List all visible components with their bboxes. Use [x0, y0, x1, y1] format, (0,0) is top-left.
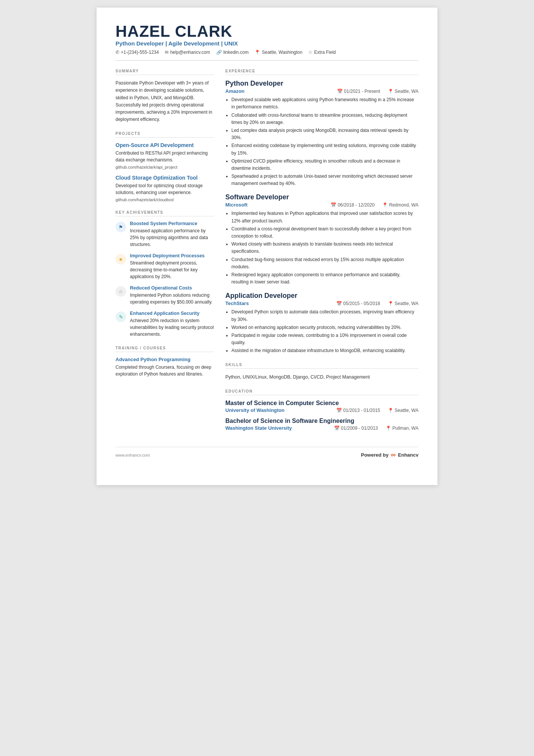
- edu-meta-1: 📅 01/2013 - 01/2015 📍 Seattle, WA: [336, 408, 418, 413]
- achievement-title-3: Reduced Operational Costs: [130, 285, 214, 291]
- project-item-1: Open-Source API Development Contributed …: [116, 142, 214, 169]
- edu-inst-2: Washington State University: [225, 425, 292, 431]
- achievement-content-3: Reduced Operational Costs Implemented Py…: [130, 285, 214, 305]
- job-3: Application Developer TechStars 📅 05/201…: [225, 292, 418, 354]
- achievements-list: ⚑ Boosted System Performance Increased a…: [116, 221, 214, 338]
- edu-1: Master of Science in Computer Science Un…: [225, 400, 418, 413]
- project-desc-2: Developed tool for optimizing cloud stor…: [116, 182, 214, 196]
- achievement-icon-4: ✎: [116, 311, 126, 322]
- job-title-3: Application Developer: [225, 292, 418, 300]
- contact-email: ✉ help@enhancv.com: [165, 50, 210, 55]
- contact-linkedin: 🔗 linkedin.com: [216, 50, 249, 55]
- bullet: Led complex data analysis projects using…: [231, 127, 418, 141]
- contact-location: 📍 Seattle, Washington: [255, 50, 302, 55]
- achievement-title-4: Enhanced Application Security: [130, 311, 214, 316]
- training-label: TRAINING / COURSES: [116, 346, 214, 352]
- contact-row: ✆ +1-(234)-555-1234 ✉ help@enhancv.com 🔗…: [116, 50, 418, 61]
- bullet: Redesigned legacy application components…: [231, 271, 418, 286]
- bullet: Enhanced existing codebase by implementi…: [231, 142, 418, 157]
- edu-2: Bachelor of Science in Software Engineer…: [225, 418, 418, 431]
- achievement-desc-2: Streamlined deployment process, decreasi…: [130, 260, 214, 280]
- achievement-title-2: Improved Deployment Processes: [130, 253, 214, 258]
- bullet: Worked on enhancing application security…: [231, 324, 418, 331]
- achievement-desc-3: Implemented Python solutions reducing op…: [130, 292, 214, 305]
- summary-text: Passionate Python Developer with 3+ year…: [116, 80, 214, 123]
- experience-section: EXPERIENCE Python Developer Amazon 📅 01/…: [225, 69, 418, 431]
- project-item-2: Cloud Storage Optimization Tool Develope…: [116, 175, 214, 202]
- contact-phone: ✆ +1-(234)-555-1234: [116, 50, 159, 55]
- phone-icon: ✆: [116, 50, 119, 55]
- calendar-icon-1: 📅: [337, 89, 343, 94]
- footer: www.enhancv.com Powered by ∞ Enhancv: [116, 447, 418, 459]
- projects-list: Open-Source API Development Contributed …: [116, 142, 214, 202]
- location-icon: 📍: [255, 50, 260, 55]
- edu-title-1: Master of Science in Computer Science: [225, 400, 418, 407]
- candidate-name: HAZEL CLARK: [116, 23, 418, 40]
- skills-label: SKILLS: [225, 363, 418, 369]
- bullet: Coordinated a cross-regional development…: [231, 225, 418, 240]
- job-2: Software Developer Microsoft 📅 06/2018 -…: [225, 193, 418, 286]
- achievement-content-4: Enhanced Application Security Achieved 2…: [130, 311, 214, 338]
- achievement-title-1: Boosted System Performance: [130, 221, 214, 226]
- project-desc-1: Contributed to RESTful API project enhan…: [116, 150, 214, 163]
- job-company-3: TechStars: [225, 301, 249, 306]
- job-company-2: Microsoft: [225, 202, 248, 208]
- calendar-icon-edu1: 📅: [336, 408, 342, 413]
- job-company-1: Amazon: [225, 88, 245, 94]
- project-link-2: github.com/hazelclark/cloudtool: [116, 197, 214, 202]
- calendar-icon-2: 📅: [331, 202, 336, 208]
- calendar-icon-3: 📅: [336, 301, 342, 306]
- location-icon-2: 📍: [382, 202, 388, 208]
- education-label: EDUCATION: [225, 389, 418, 395]
- left-column: SUMMARY Passionate Python Developer with…: [116, 69, 214, 435]
- job-bullets-2: Implemented key features in Python appli…: [225, 210, 418, 286]
- resume-page: HAZEL CLARK Python Developer | Agile Dev…: [97, 8, 437, 485]
- bullet: Spearheaded a project to automate Unix-b…: [231, 173, 418, 187]
- job-1: Python Developer Amazon 📅 01/2021 - Pres…: [225, 80, 418, 187]
- training-item-1: Advanced Python Programming Completed th…: [116, 357, 214, 377]
- enhancv-branding: Powered by ∞ Enhancv: [361, 451, 418, 459]
- location-icon-edu1: 📍: [388, 408, 393, 413]
- job-bullets-1: Developed scalable web applications usin…: [225, 96, 418, 187]
- bullet: Optimized CI/CD pipeline efficiency, res…: [231, 158, 418, 172]
- enhancv-brand-name: Enhancv: [398, 452, 418, 458]
- calendar-icon-edu2: 📅: [334, 426, 340, 431]
- skills-text: Python, UNIX/Linux, MongoDB, Django, CI/…: [225, 373, 418, 381]
- location-icon-edu2: 📍: [386, 426, 391, 431]
- edu-header-1: University of Washington 📅 01/2013 - 01/…: [225, 407, 418, 413]
- achievement-content-1: Boosted System Performance Increased app…: [130, 221, 214, 248]
- achievement-icon-1: ⚑: [116, 222, 126, 232]
- training-desc-1: Completed through Coursera, focusing on …: [116, 364, 214, 377]
- achievement-item-4: ✎ Enhanced Application Security Achieved…: [116, 311, 214, 338]
- job-title-1: Python Developer: [225, 80, 418, 88]
- bullet: Developed Python scripts to automate dat…: [231, 308, 418, 323]
- link-icon: 🔗: [216, 50, 222, 55]
- achievement-icon-3: ☆: [116, 286, 126, 297]
- summary-label: SUMMARY: [116, 69, 214, 75]
- project-title-2: Cloud Storage Optimization Tool: [116, 175, 214, 181]
- bullet: Implemented key features in Python appli…: [231, 210, 418, 224]
- achievement-icon-2: ★: [116, 254, 126, 265]
- job-meta-1: 📅 01/2021 - Present 📍 Seattle, WA: [337, 89, 418, 94]
- right-column: EXPERIENCE Python Developer Amazon 📅 01/…: [225, 69, 418, 435]
- footer-website: www.enhancv.com: [116, 453, 150, 457]
- header: HAZEL CLARK Python Developer | Agile Dev…: [116, 23, 418, 61]
- edu-meta-2: 📅 01/2009 - 01/2013 📍 Pullman, WA: [334, 426, 418, 431]
- powered-by-text: Powered by: [361, 452, 389, 458]
- bullet: Collaborated with cross-functional teams…: [231, 112, 418, 126]
- achievement-desc-4: Achieved 20% reduction in system vulnera…: [130, 317, 214, 338]
- achievements-label: KEY ACHIEVEMENTS: [116, 210, 214, 216]
- project-title-1: Open-Source API Development: [116, 142, 214, 148]
- bullet: Participated in regular code reviews, co…: [231, 332, 418, 346]
- training-list: Advanced Python Programming Completed th…: [116, 357, 214, 377]
- edu-inst-1: University of Washington: [225, 407, 284, 413]
- contact-extra: ☆ Extra Field: [308, 50, 336, 55]
- bullet: Developed scalable web applications usin…: [231, 96, 418, 111]
- enhancv-logo-icon: ∞: [391, 451, 396, 459]
- job-meta-2: 📅 06/2018 - 12/2020 📍 Redmond, WA: [331, 202, 418, 208]
- experience-label: EXPERIENCE: [225, 69, 418, 75]
- bullet: Conducted bug-fixing sessions that reduc…: [231, 256, 418, 271]
- job-meta-3: 📅 05/2015 - 05/2018 📍 Seattle, WA: [336, 301, 418, 306]
- edu-header-2: Washington State University 📅 01/2009 - …: [225, 425, 418, 431]
- job-header-3: TechStars 📅 05/2015 - 05/2018 📍 Seattle,…: [225, 301, 418, 306]
